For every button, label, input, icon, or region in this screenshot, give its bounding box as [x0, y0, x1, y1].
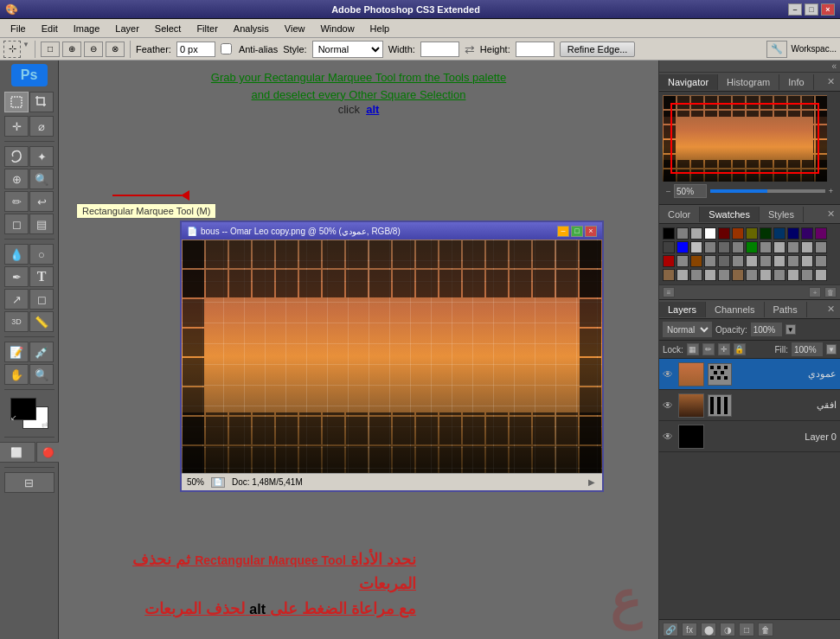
- tab-navigator[interactable]: Navigator: [659, 74, 718, 90]
- menu-layer[interactable]: Layer: [108, 22, 146, 35]
- lasso-tool[interactable]: [4, 146, 29, 167]
- fill-input[interactable]: [792, 342, 823, 356]
- menu-image[interactable]: Image: [67, 22, 107, 35]
- doc-maximize-btn[interactable]: □: [571, 226, 583, 237]
- pen-tool[interactable]: ✒: [4, 266, 29, 287]
- swatch-4-8[interactable]: [760, 269, 772, 281]
- marquee-dropdown[interactable]: ▼: [22, 41, 29, 58]
- spot-healing-tool[interactable]: ⊕: [4, 169, 29, 189]
- swatch-3-2[interactable]: [676, 255, 689, 267]
- notes-tool[interactable]: 📝: [4, 342, 29, 362]
- subtract-selection-btn[interactable]: ⊖: [84, 42, 103, 57]
- swatches-delete-btn[interactable]: 🗑: [824, 287, 837, 297]
- quick-mask-mode[interactable]: 🔴: [36, 442, 61, 463]
- screen-mode[interactable]: ⊟: [4, 472, 55, 493]
- swatch-4-2[interactable]: [676, 269, 689, 281]
- maximize-button[interactable]: □: [805, 3, 818, 16]
- new-selection-btn[interactable]: □: [41, 42, 60, 57]
- new-fill-layer-btn[interactable]: ◑: [720, 623, 735, 636]
- path-select-tool[interactable]: ↗: [4, 289, 29, 310]
- eraser-tool[interactable]: ◻: [4, 214, 29, 234]
- measure-tool[interactable]: 📏: [29, 311, 54, 332]
- swatch-2-12[interactable]: [815, 241, 827, 253]
- status-icon[interactable]: 📄: [211, 477, 225, 488]
- swatch-4-11[interactable]: [801, 269, 813, 281]
- swatch-4-10[interactable]: [787, 269, 799, 281]
- swatches-panel-close[interactable]: ✕: [822, 208, 840, 220]
- swatches-menu-btn[interactable]: ≡: [663, 287, 675, 297]
- swatch-3-7[interactable]: [746, 255, 758, 267]
- width-input[interactable]: [420, 42, 459, 57]
- swatch-4-5[interactable]: [718, 269, 730, 281]
- lock-transparency-btn[interactable]: ▦: [687, 343, 699, 355]
- menu-file[interactable]: File: [3, 22, 33, 35]
- close-button[interactable]: ×: [821, 3, 835, 16]
- zoom-tool[interactable]: 🔍: [29, 364, 54, 385]
- blur-tool[interactable]: 💧: [4, 244, 29, 265]
- zoom-slider[interactable]: [710, 189, 825, 193]
- menu-filter[interactable]: Filter: [189, 22, 224, 35]
- layer-0-visibility[interactable]: 👁: [663, 368, 675, 380]
- standard-mode[interactable]: ⬜: [0, 442, 35, 463]
- hand-tool[interactable]: ✋: [4, 364, 29, 385]
- swatch-3-4[interactable]: [704, 255, 716, 267]
- fill-arrow[interactable]: ▼: [826, 344, 837, 355]
- zoom-out-icon[interactable]: –: [666, 187, 670, 195]
- doc-close-btn[interactable]: ×: [585, 226, 597, 237]
- swatch-2-5[interactable]: [718, 241, 730, 253]
- tab-styles[interactable]: Styles: [760, 207, 804, 222]
- swatch-2-6[interactable]: [732, 241, 744, 253]
- swatch-dark-green[interactable]: [760, 227, 772, 240]
- collapse-right-btn[interactable]: «: [831, 61, 837, 71]
- tab-channels[interactable]: Channels: [706, 302, 764, 317]
- tab-layers[interactable]: Layers: [659, 302, 706, 317]
- navigator-panel-close[interactable]: ✕: [822, 76, 840, 87]
- swatch-2-1[interactable]: [663, 241, 675, 253]
- intersect-selection-btn[interactable]: ⊗: [106, 42, 125, 57]
- swatch-dark-blue[interactable]: [773, 227, 785, 240]
- menu-help[interactable]: Help: [363, 22, 397, 35]
- swatch-3-5[interactable]: [718, 255, 730, 267]
- swatch-4-1[interactable]: [663, 269, 675, 281]
- layer-styles-btn[interactable]: fx: [682, 623, 697, 636]
- swatch-green[interactable]: [746, 241, 758, 253]
- swatch-3-12[interactable]: [815, 255, 827, 267]
- opacity-input[interactable]: [751, 323, 782, 336]
- zoom-in-icon[interactable]: +: [829, 187, 833, 195]
- swatch-red[interactable]: [663, 255, 675, 267]
- tab-paths[interactable]: Paths: [765, 302, 807, 317]
- swatch-4-7[interactable]: [746, 269, 758, 281]
- swatch-4-4[interactable]: [704, 269, 716, 281]
- tab-swatches[interactable]: Swatches: [700, 207, 760, 222]
- swatches-new-btn[interactable]: +: [809, 287, 821, 297]
- color-picker[interactable]: ↙ ⇄: [10, 398, 48, 429]
- marquee-tool-selector[interactable]: ⊹: [3, 41, 21, 58]
- gradient-tool[interactable]: ▤: [29, 214, 54, 234]
- 3d-tool[interactable]: 3D: [4, 311, 29, 332]
- menu-window[interactable]: Window: [313, 22, 361, 35]
- swatch-3-10[interactable]: [787, 255, 799, 267]
- crop-tool[interactable]: [29, 92, 54, 112]
- swatch-3-9[interactable]: [773, 255, 785, 267]
- antialias-checkbox[interactable]: [221, 43, 232, 54]
- text-tool[interactable]: T: [29, 266, 54, 287]
- swatch-2-10[interactable]: [787, 241, 799, 253]
- add-mask-btn[interactable]: ⬤: [701, 623, 716, 636]
- swatch-2-8[interactable]: [760, 241, 772, 253]
- layer-2-visibility[interactable]: 👁: [663, 431, 675, 443]
- link-layers-btn[interactable]: 🔗: [663, 623, 678, 636]
- add-selection-btn[interactable]: ⊕: [62, 42, 81, 57]
- swap-dimensions-icon[interactable]: ⇄: [465, 42, 475, 56]
- swatch-3-11[interactable]: [801, 255, 813, 267]
- layer-item-0[interactable]: 👁 عمو: [659, 359, 840, 390]
- swatch-3-6[interactable]: [732, 255, 744, 267]
- swatch-dark-olive[interactable]: [746, 227, 758, 240]
- blend-mode-select[interactable]: Normal Multiply Screen Overlay: [663, 322, 712, 337]
- menu-view[interactable]: View: [278, 22, 312, 35]
- swatch-2-4[interactable]: [704, 241, 716, 253]
- swatch-2-9[interactable]: [773, 241, 785, 253]
- swatch-4-12[interactable]: [815, 269, 827, 281]
- swatch-dark-red[interactable]: [718, 227, 730, 240]
- swatch-4-3[interactable]: [690, 269, 702, 281]
- swatch-white[interactable]: [704, 227, 716, 240]
